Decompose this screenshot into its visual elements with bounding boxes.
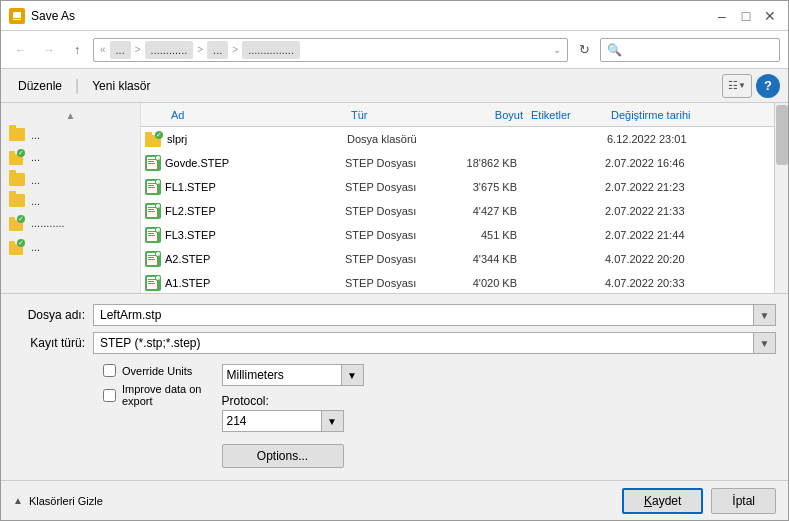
- new-folder-button[interactable]: Yeni klasör: [83, 75, 159, 97]
- cell-type: STEP Dosyası: [345, 277, 445, 289]
- navigation-bar: ← → ↑ « ... > ............ > ... > .....…: [1, 31, 788, 69]
- cell-modified: 4.07.2022 20:33: [605, 277, 755, 289]
- cell-size: 4'427 KB: [445, 205, 525, 217]
- svg-rect-37: [148, 255, 156, 256]
- filetype-input[interactable]: [93, 332, 754, 354]
- sidebar-scroll-up[interactable]: ▲: [1, 107, 140, 124]
- path-chevron-icon: «: [100, 44, 106, 55]
- sidebar-item-6[interactable]: ✓ ...: [1, 235, 140, 259]
- cell-size: 4'344 KB: [445, 253, 525, 265]
- step-file-icon: ✓: [145, 155, 161, 171]
- view-dropdown-icon: ▼: [738, 81, 746, 90]
- sidebar-item-2[interactable]: ✓ ...: [1, 145, 140, 169]
- millimeters-dropdown-btn[interactable]: ▼: [342, 364, 364, 386]
- protocol-dropdown-btn[interactable]: ▼: [322, 410, 344, 432]
- override-units-checkbox-row[interactable]: Override Units: [103, 364, 202, 377]
- path-bar[interactable]: « ... > ............ > ... > ...........…: [93, 38, 568, 62]
- edit-button[interactable]: Düzenle: [9, 75, 71, 97]
- forward-button[interactable]: →: [37, 38, 61, 62]
- cell-name: A1.STEP: [165, 277, 345, 289]
- toolbar: Düzenle | Yeni klasör ☷ ▼ ?: [1, 69, 788, 103]
- up-button[interactable]: ↑: [65, 38, 89, 62]
- cell-modified: 6.12.2022 23:01: [607, 133, 757, 145]
- sidebar-item-label-6: ...: [31, 241, 40, 253]
- svg-rect-5: [148, 159, 156, 160]
- search-bar[interactable]: 🔍: [600, 38, 780, 62]
- maximize-button[interactable]: □: [736, 6, 756, 26]
- path-segment-3: ...: [207, 41, 228, 59]
- sidebar-item-4[interactable]: ...: [1, 190, 140, 211]
- improve-data-checkbox[interactable]: [103, 389, 116, 402]
- path-sep-1: >: [135, 44, 141, 55]
- cell-modified: 2.07.2022 21:33: [605, 205, 755, 217]
- table-row[interactable]: ✓ Govde.STEP STEP Dosyası 18'862 KB 2.07…: [141, 151, 774, 175]
- filetype-input-wrap: ▼: [93, 332, 776, 354]
- refresh-button[interactable]: ↻: [572, 38, 596, 62]
- svg-rect-30: [148, 233, 154, 234]
- millimeters-row: ▼: [222, 364, 777, 386]
- col-header-size[interactable]: Boyut: [447, 109, 527, 121]
- badge-icon-6: ✓: [17, 239, 25, 247]
- options-right: ▼ Protocol: ▼ Options...: [222, 364, 777, 468]
- minimize-button[interactable]: –: [712, 6, 732, 26]
- step-file-icon: ✓: [145, 251, 161, 267]
- scrollbar-thumb[interactable]: [776, 105, 788, 165]
- sidebar-item-5[interactable]: ✓ ...........: [1, 211, 140, 235]
- sidebar-item-label-5: ...........: [31, 217, 65, 229]
- cancel-button[interactable]: İptal: [711, 488, 776, 514]
- filename-input[interactable]: [93, 304, 754, 326]
- table-row[interactable]: ✓ FL2.STEP STEP Dosyası 4'427 KB 2.07.20…: [141, 199, 774, 223]
- filetype-dropdown-btn[interactable]: ▼: [754, 332, 776, 354]
- table-row[interactable]: ✓ FL3.STEP STEP Dosyası 451 KB 2.07.2022…: [141, 223, 774, 247]
- override-units-checkbox[interactable]: [103, 364, 116, 377]
- options-button[interactable]: Options...: [222, 444, 344, 468]
- step-file-icon: ✓: [145, 203, 161, 219]
- improve-data-checkbox-row[interactable]: Improve data onexport: [103, 383, 202, 407]
- close-button[interactable]: ✕: [760, 6, 780, 26]
- toolbar-separator: |: [75, 77, 79, 95]
- collapse-folders-btn[interactable]: ▲ Klasörleri Gizle: [13, 495, 103, 507]
- view-icon: ☷: [728, 79, 738, 92]
- badge-icon: ✓: [155, 131, 163, 139]
- save-button[interactable]: Kaydet: [622, 488, 703, 514]
- svg-text:✓: ✓: [157, 277, 160, 281]
- filename-dropdown-btn[interactable]: ▼: [754, 304, 776, 326]
- back-button[interactable]: ←: [9, 38, 33, 62]
- protocol-input[interactable]: [222, 410, 322, 432]
- table-row[interactable]: ✓ FL1.STEP STEP Dosyası 3'675 KB 2.07.20…: [141, 175, 774, 199]
- table-row[interactable]: ✓ slprj Dosya klasörü 6.12.2022 23:01: [141, 127, 774, 151]
- badge-icon-5: ✓: [17, 215, 25, 223]
- scrollbar-track[interactable]: [774, 103, 788, 293]
- main-area: ▲ ... ✓ ... ... ...: [1, 103, 788, 293]
- folder-badge-icon: ✓: [145, 131, 163, 147]
- path-sep-2: >: [197, 44, 203, 55]
- table-row[interactable]: ✓ A1.STEP STEP Dosyası 4'020 KB 4.07.202…: [141, 271, 774, 293]
- col-header-name[interactable]: Ad: [167, 109, 347, 121]
- sidebar-item-1[interactable]: ...: [1, 124, 140, 145]
- save-as-dialog: Save As – □ ✕ ← → ↑ « ... > ............…: [0, 0, 789, 521]
- col-header-modified[interactable]: Değiştirme tarihi: [607, 109, 757, 121]
- search-icon: 🔍: [607, 43, 622, 57]
- filename-label: Dosya adı:: [13, 308, 93, 322]
- path-sep-3: >: [232, 44, 238, 55]
- help-button[interactable]: ?: [756, 74, 780, 98]
- cell-type: STEP Dosyası: [345, 205, 445, 217]
- svg-text:✓: ✓: [157, 253, 160, 257]
- cell-modified: 2.07.2022 21:23: [605, 181, 755, 193]
- path-segment-1: ...: [110, 41, 131, 59]
- table-row[interactable]: ✓ A2.STEP STEP Dosyası 4'344 KB 4.07.202…: [141, 247, 774, 271]
- col-header-tags[interactable]: Etiketler: [527, 109, 607, 121]
- cell-name: FL3.STEP: [165, 229, 345, 241]
- svg-text:✓: ✓: [157, 229, 160, 233]
- col-header-type[interactable]: Tür: [347, 109, 447, 121]
- millimeters-input[interactable]: [222, 364, 342, 386]
- sidebar-item-3[interactable]: ...: [1, 169, 140, 190]
- cell-type: STEP Dosyası: [345, 157, 445, 169]
- svg-rect-7: [148, 163, 155, 164]
- search-input[interactable]: [626, 44, 773, 56]
- file-list-area: Ad Tür Boyut Etiketler Değiştirme tarihi…: [141, 103, 774, 293]
- collapse-chevron-icon: ▲: [13, 495, 23, 506]
- cell-name: A2.STEP: [165, 253, 345, 265]
- view-button[interactable]: ☷ ▼: [722, 74, 752, 98]
- file-rows: ✓ slprj Dosya klasörü 6.12.2022 23:01 ✓ …: [141, 127, 774, 293]
